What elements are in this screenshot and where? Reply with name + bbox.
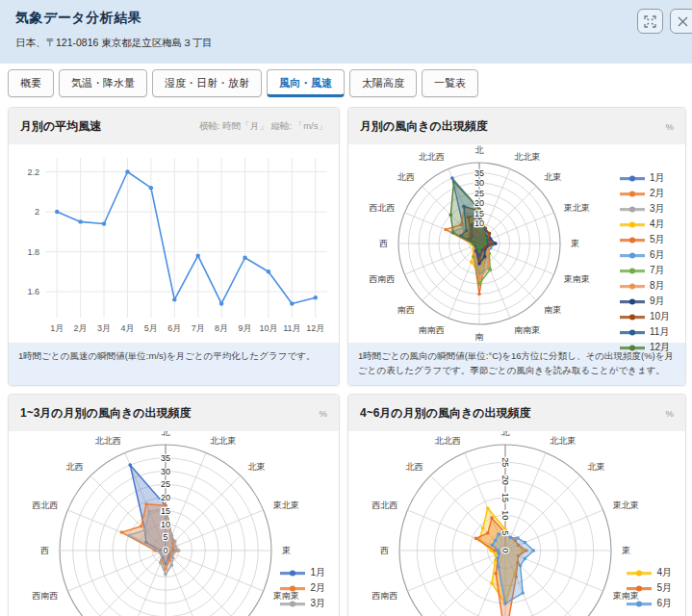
legend-item[interactable]: 3月 [620,202,683,216]
axis-note: 横軸: 時間「月」 縦軸: 「m/s」 [199,120,327,133]
svg-text:20: 20 [500,475,510,485]
unit-label: % [320,408,327,419]
panel-wind-direction-jan-mar: 1~3月の月別の風向きの出現頻度 % 北北北東北東東北東東東南東南東南南東南南南… [8,394,340,616]
panel-header: 月別の平均風速 横軸: 時間「月」 縦軸: 「m/s」 [9,108,339,144]
tab-sun-altitude[interactable]: 太陽高度 [349,69,417,97]
svg-text:北西: 北西 [405,462,423,472]
svg-text:東: 東 [622,546,630,555]
tab-table[interactable]: 一覧表 [422,69,478,97]
svg-text:西南西: 西南西 [372,591,397,601]
legend-item[interactable]: 4月 [627,566,672,579]
legend-item[interactable]: 9月 [620,295,683,308]
close-button[interactable] [670,9,692,34]
svg-text:東: 東 [571,239,579,248]
close-icon [678,16,688,27]
svg-text:6月: 6月 [167,323,181,333]
svg-text:25: 25 [474,189,484,198]
legend-label: 2月 [310,581,325,595]
legend-label: 1月 [650,171,665,185]
legend-label: 9月 [650,295,665,308]
legend-marker-icon [620,313,645,321]
page-title: 気象データ分析結果 [15,10,677,27]
svg-text:西南西: 西南西 [369,274,395,284]
legend-label: 8月 [650,279,665,293]
unit-label: % [666,121,674,132]
legend-label: 4月 [656,566,672,579]
legend-item[interactable]: 5月 [627,581,672,595]
legend-item[interactable]: 1月 [280,566,325,579]
tab-humidity-radiation[interactable]: 湿度・日射・放射 [152,69,262,97]
svg-text:西北西: 西北西 [369,203,395,213]
svg-text:北北東: 北北東 [210,436,236,446]
svg-text:北西: 北西 [397,172,415,182]
svg-text:30: 30 [474,178,484,188]
svg-text:西: 西 [40,546,49,555]
svg-text:15: 15 [161,506,170,516]
legend-item[interactable]: 2月 [620,187,683,200]
legend-item[interactable]: 3月 [280,597,325,610]
legend-marker-icon [620,282,645,291]
tab-temperature-precipitation[interactable]: 気温・降水量 [59,69,147,97]
svg-text:12月: 12月 [306,323,324,333]
unit-label: % [666,408,674,419]
panel-header: 1~3月の月別の風向きの出現頻度 % [9,395,339,431]
chart-area: 北北北東北東東北東東東南東南東南南東南南南西南西西南西西西北西北西北北西0510… [348,431,685,616]
svg-text:15: 15 [500,493,510,502]
svg-text:北北西: 北北西 [435,436,461,446]
legend-marker-icon [627,584,652,593]
panel-header: 月別の風向きの出現頻度 % [348,108,685,144]
legend-item[interactable]: 6月 [627,597,672,610]
tab-overview[interactable]: 概要 [8,69,54,97]
legend-label: 7月 [650,264,665,277]
svg-text:2: 2 [35,207,39,217]
legend-marker-icon [620,251,645,260]
legend-marker-icon [627,569,652,578]
svg-text:35: 35 [474,168,484,178]
svg-text:7月: 7月 [192,323,205,333]
svg-text:20: 20 [161,493,170,502]
svg-text:1月: 1月 [50,323,64,333]
svg-text:8月: 8月 [215,323,228,333]
legend-item[interactable]: 12月 [620,341,683,354]
svg-text:15: 15 [474,209,484,218]
legend-marker-icon [620,344,645,352]
legend-marker-icon [620,174,645,183]
svg-text:2.2: 2.2 [27,167,39,177]
svg-text:北北東: 北北東 [550,436,576,446]
svg-text:0: 0 [163,546,167,555]
svg-text:南: 南 [475,332,484,342]
tab-wind[interactable]: 風向・風速 [267,69,345,97]
legend-item[interactable]: 1月 [620,171,683,185]
chart-area: 北北北東北東東北東東東南東南東南南東南南南西南西西南西西西北西北西北北西0510… [9,431,339,616]
svg-text:10月: 10月 [259,323,277,333]
panel-header: 4~6月の月別の風向きの出現頻度 % [348,395,685,431]
expand-button[interactable] [637,9,663,34]
legend-item[interactable]: 4月 [620,218,683,231]
legend-item[interactable]: 10月 [620,310,683,323]
svg-text:北: 北 [501,431,510,437]
legend-label: 6月 [650,248,665,262]
expand-icon [644,15,656,28]
svg-text:東北東: 東北東 [564,203,590,213]
legend-item[interactable]: 8月 [620,279,683,293]
legend-label: 11月 [650,325,669,339]
svg-text:西北西: 西北西 [372,500,397,510]
legend-item[interactable]: 5月 [620,233,683,246]
chart-legend: 1月2月3月4月5月6月7月8月9月10月11月12月 [620,144,683,343]
svg-text:11月: 11月 [283,323,300,333]
legend-item[interactable]: 2月 [280,581,325,595]
svg-text:北北西: 北北西 [95,436,121,446]
legend-item[interactable]: 7月 [620,264,683,277]
chart-area: 北北北東北東東北東東東南東南東南南東南南南西南西西南西西西北西北西北北西1015… [348,144,685,343]
svg-text:東: 東 [282,546,291,555]
avg-wind-speed-line-chart: 1月2月3月4月5月6月7月8月9月10月11月12月1.61.822.2 [9,144,340,343]
legend-label: 3月 [310,597,325,610]
legend-item[interactable]: 6月 [620,248,683,262]
chart-legend: 1月2月3月 [280,566,325,610]
legend-label: 4月 [650,218,665,231]
svg-text:西南西: 西南西 [32,591,58,601]
svg-text:北東: 北東 [248,462,266,472]
legend-item[interactable]: 11月 [620,325,683,339]
chart-area: 1月2月3月4月5月6月7月8月9月10月11月12月1.61.822.2 [9,144,339,343]
svg-text:西北西: 西北西 [32,500,58,510]
